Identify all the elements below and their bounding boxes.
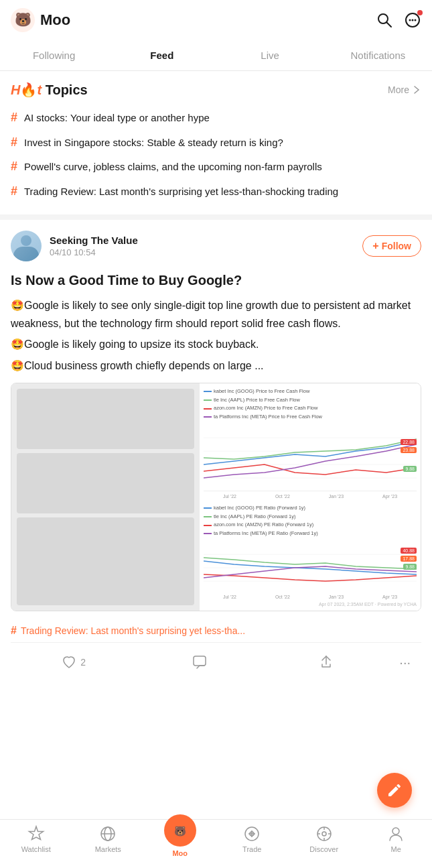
chart-source: Apr 07 2023, 2:35AM EDT · Powered by YCH… xyxy=(204,602,417,607)
chevron-right-icon xyxy=(412,85,421,95)
ellipsis-icon: ··· xyxy=(399,655,411,670)
svg-point-30 xyxy=(392,828,399,834)
nav-moo-label: Moo xyxy=(172,849,188,857)
author-name: Seeking The Value xyxy=(50,235,138,246)
topic-item-3[interactable]: # Powell's curve, jobless claims, and th… xyxy=(11,155,421,180)
post-author-info: Seeking The Value 04/10 10:54 xyxy=(11,231,138,261)
tab-live[interactable]: Live xyxy=(216,40,324,70)
moo-nav-icon: 🐻 xyxy=(164,814,196,847)
hash-icon-1: # xyxy=(11,111,17,125)
svg-point-5 xyxy=(409,19,411,21)
nav-discover[interactable]: Discover xyxy=(288,825,360,857)
post-actions: 2 ··· xyxy=(11,642,421,686)
watchlist-icon xyxy=(27,825,45,843)
header-left: 🐻 Moo xyxy=(11,8,70,32)
topic-item-4[interactable]: # Trading Review: Last month's surprisin… xyxy=(11,180,421,204)
chart-legend-bottom: kabet Inc (GOOG) PE Ratio (Forward 1y) t… xyxy=(204,504,417,538)
tab-notifications[interactable]: Notifications xyxy=(324,40,432,70)
discover-icon xyxy=(315,825,333,843)
chart-badge-2: 23.88 xyxy=(401,447,417,453)
hash-icon-3: # xyxy=(11,160,17,174)
post-header: Seeking The Value 04/10 10:54 + Follow xyxy=(11,231,421,261)
bottom-nav: Watchlist Markets 🐻 Moo Trade xyxy=(0,819,432,868)
search-icon[interactable] xyxy=(376,11,393,29)
chart-badge-b3: 9.88 xyxy=(403,564,417,570)
topics-label: Topics xyxy=(42,82,88,97)
chart-legend-top: kabet Inc (GOOG) Price to Free Cash Flow… xyxy=(204,387,417,422)
post-line-1: 🤩Google is likely to see only single-dig… xyxy=(11,296,421,332)
post-tag[interactable]: # Trading Review: Last month's surprisin… xyxy=(11,619,421,642)
topic-item-2[interactable]: # Invest in Singapore stocks: Stable & s… xyxy=(11,131,421,156)
nav-me-label: Me xyxy=(391,845,401,853)
tabs: Following Feed Live Notifications xyxy=(0,40,432,71)
follow-label: Follow xyxy=(382,241,411,251)
like-count: 2 xyxy=(80,657,86,668)
svg-point-6 xyxy=(412,19,414,21)
hash-icon-4: # xyxy=(11,184,17,198)
markets-icon xyxy=(99,825,117,843)
chart-right: kabet Inc (GOOG) Price to Free Cash Flow… xyxy=(200,383,421,611)
post-line-3: 🤩Cloud business growth chiefly depends o… xyxy=(11,357,421,375)
share-icon xyxy=(318,655,333,670)
chat-icon[interactable] xyxy=(404,11,421,29)
post-line-2: 🤩Google is likely going to upsize its st… xyxy=(11,335,421,353)
nav-watchlist-label: Watchlist xyxy=(21,845,51,853)
post-title: Is Now a Good Time to Buy Google? xyxy=(11,271,421,290)
more-button[interactable]: More xyxy=(388,84,421,95)
chart-x-axis-bottom: Jul '22Oct '22Jan '23Apr '23 xyxy=(204,595,417,599)
post-time: 04/10 10:54 xyxy=(50,247,138,257)
comment-button[interactable] xyxy=(137,649,263,675)
trade-icon xyxy=(243,825,261,843)
app-name: Moo xyxy=(40,11,70,29)
tab-following[interactable]: Following xyxy=(0,40,108,70)
more-actions-button[interactable]: ··· xyxy=(388,649,421,676)
header: 🐻 Moo xyxy=(0,0,432,40)
follow-icon: + xyxy=(372,240,378,252)
chart-left xyxy=(11,383,200,611)
svg-point-25 xyxy=(322,832,326,836)
post: Seeking The Value 04/10 10:54 + Follow I… xyxy=(0,220,432,686)
author-details: Seeking The Value 04/10 10:54 xyxy=(50,235,138,257)
nav-discover-label: Discover xyxy=(309,845,338,853)
hot-topics-section: H🔥t Topics More # AI stocks: Your ideal … xyxy=(0,71,432,220)
share-button[interactable] xyxy=(263,649,388,675)
chart-badge-1: 22.88 xyxy=(401,439,417,445)
topic-text-1: AI stocks: Your ideal type or another hy… xyxy=(24,111,210,126)
nav-moo[interactable]: 🐻 Moo xyxy=(144,825,216,857)
chart-badge-3: 9.88 xyxy=(403,466,417,472)
hot-topics-header: H🔥t Topics More xyxy=(11,82,421,98)
header-actions xyxy=(376,11,421,29)
nav-trade[interactable]: Trade xyxy=(216,825,289,857)
nav-markets[interactable]: Markets xyxy=(72,825,145,857)
chart-container[interactable]: kabet Inc (GOOG) Price to Free Cash Flow… xyxy=(11,383,421,611)
nav-watchlist[interactable]: Watchlist xyxy=(0,825,72,857)
edit-icon xyxy=(386,782,403,798)
moo-logo-icon: 🐻 xyxy=(11,8,35,32)
edit-fab[interactable] xyxy=(377,773,412,808)
svg-rect-15 xyxy=(194,656,206,666)
like-button[interactable]: 2 xyxy=(11,649,137,675)
me-icon xyxy=(387,825,405,843)
svg-text:🐻: 🐻 xyxy=(15,11,31,27)
topic-text-4: Trading Review: Last month's surprising … xyxy=(24,184,338,200)
nav-me[interactable]: Me xyxy=(360,825,433,857)
svg-line-3 xyxy=(387,23,392,27)
nav-markets-label: Markets xyxy=(95,845,121,853)
nav-trade-label: Trade xyxy=(242,845,261,853)
fire-icon: 🔥 xyxy=(20,82,37,97)
avatar xyxy=(11,231,42,261)
chat-badge xyxy=(417,10,423,15)
tag-hash-icon: # xyxy=(11,625,17,637)
tab-feed[interactable]: Feed xyxy=(108,40,216,70)
topic-text-2: Invest in Singapore stocks: Stable & ste… xyxy=(24,135,283,151)
svg-text:🐻: 🐻 xyxy=(174,825,187,837)
comment-icon xyxy=(192,655,207,670)
hot-topics-title: H🔥t Topics xyxy=(11,82,88,98)
chart-badge-b1: 40.88 xyxy=(401,548,417,554)
chart-x-axis-top: Jul '22Oct '22Jan '23Apr '23 xyxy=(204,494,417,499)
hash-icon-2: # xyxy=(11,135,17,149)
topic-item-1[interactable]: # AI stocks: Your ideal type or another … xyxy=(11,106,421,131)
chart-badge-b2: 17.88 xyxy=(401,556,417,562)
topic-text-3: Powell's curve, jobless claims, and the … xyxy=(24,160,322,175)
follow-button[interactable]: + Follow xyxy=(362,235,421,257)
